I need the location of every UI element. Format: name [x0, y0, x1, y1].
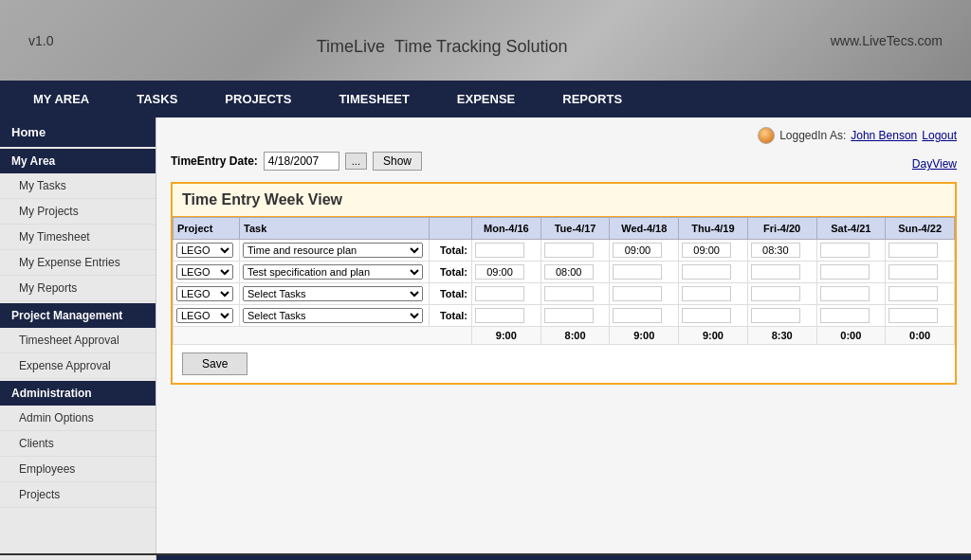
- sidebar-item-admin-options[interactable]: Admin Options: [0, 406, 156, 431]
- sidebar-item-clients[interactable]: Clients: [0, 431, 156, 457]
- row4-mon-input[interactable]: [475, 308, 524, 323]
- row3-sat-input[interactable]: [820, 286, 870, 301]
- time-entry-title: Time Entry Week View: [173, 184, 955, 217]
- row3-project-select[interactable]: LEGO: [176, 286, 233, 301]
- logged-in-label: LoggedIn As:: [779, 129, 846, 142]
- day-view-link[interactable]: DayView: [912, 157, 957, 171]
- row4-fri-input[interactable]: [751, 308, 800, 323]
- total-thu: 9:00: [679, 327, 748, 345]
- nav-reports[interactable]: REPORTS: [539, 81, 646, 117]
- sidebar-my-area-header: My Area: [0, 149, 156, 173]
- header-sat: Sat-4/21: [816, 218, 886, 240]
- row1-tue-input[interactable]: [544, 243, 594, 258]
- row3-task: Select Tasks: [240, 283, 430, 305]
- row4-sat-input[interactable]: [820, 308, 870, 323]
- sidebar-item-projects[interactable]: Projects: [0, 482, 156, 508]
- total-sat: 0:00: [816, 327, 886, 345]
- top-bar: LoggedIn As: John Benson Logout: [171, 127, 957, 144]
- sidebar-item-employees[interactable]: Employees: [0, 457, 156, 482]
- row1-mon: [472, 240, 541, 262]
- row4-wed-input[interactable]: [613, 308, 662, 323]
- row2-sun-input[interactable]: [889, 264, 938, 280]
- date-input[interactable]: [264, 152, 339, 171]
- row1-tue: [540, 240, 610, 262]
- row1-fri-input[interactable]: [751, 243, 800, 258]
- total-wed: 9:00: [610, 327, 679, 345]
- nav-expense[interactable]: EXPENSE: [433, 81, 539, 117]
- row4-sun-input[interactable]: [889, 308, 938, 323]
- row4-sat: [816, 305, 886, 327]
- row3-fri: [747, 283, 816, 305]
- row1-total-label: Total:: [430, 240, 472, 262]
- sidebar-item-expense-approval[interactable]: Expense Approval: [0, 353, 156, 379]
- logout-link[interactable]: Logout: [922, 129, 957, 142]
- row4-project-select[interactable]: LEGO: [176, 308, 233, 323]
- row2-fri-input[interactable]: [751, 264, 800, 280]
- row3-wed: [610, 283, 679, 305]
- sidebar-item-my-timesheet[interactable]: My Timesheet: [0, 225, 156, 250]
- row2-sat: [816, 262, 886, 283]
- row3-thu-input[interactable]: [682, 286, 731, 301]
- sidebar-item-my-projects[interactable]: My Projects: [0, 199, 156, 225]
- table-row: LEGO Select Tasks Total:: [174, 305, 955, 327]
- sidebar-item-my-tasks[interactable]: My Tasks: [0, 173, 156, 199]
- row2-wed-input[interactable]: [613, 264, 662, 280]
- row1-task: Time and resource plan: [240, 240, 430, 262]
- row1-thu-input[interactable]: [682, 243, 731, 258]
- nav-tasks[interactable]: TASKS: [113, 81, 201, 117]
- row2-task-select[interactable]: Test specification and plan: [243, 264, 423, 280]
- total-tue: 8:00: [540, 327, 610, 345]
- sidebar-home[interactable]: Home: [0, 117, 156, 147]
- row3-project: LEGO: [174, 283, 240, 305]
- row3-tue-input[interactable]: [544, 286, 594, 301]
- user-name-link[interactable]: John Benson: [851, 129, 917, 142]
- header-task: Task: [240, 218, 430, 240]
- row2-total-label: Total:: [430, 262, 472, 283]
- row4-wed: [610, 305, 679, 327]
- row1-sat-input[interactable]: [820, 243, 870, 258]
- row3-task-select[interactable]: Select Tasks: [243, 286, 423, 301]
- header-wed: Wed-4/18: [610, 218, 679, 240]
- nav-bar: MY AREA TASKS PROJECTS TIMESHEET EXPENSE…: [0, 81, 971, 117]
- header-mon: Mon-4/16: [472, 218, 541, 240]
- row1-sun-input[interactable]: [889, 243, 938, 258]
- row2-project-select[interactable]: LEGO: [176, 264, 233, 280]
- nav-my-area[interactable]: MY AREA: [9, 81, 113, 117]
- row2-sat-input[interactable]: [820, 264, 870, 280]
- row4-task-select[interactable]: Select Tasks: [243, 308, 423, 323]
- row3-wed-input[interactable]: [613, 286, 662, 301]
- sidebar-item-my-expense[interactable]: My Expense Entries: [0, 250, 156, 276]
- row1-project: LEGO: [174, 240, 240, 262]
- row2-mon-input[interactable]: [475, 264, 524, 280]
- nav-timesheet[interactable]: TIMESHEET: [315, 81, 432, 117]
- row2-thu-input[interactable]: [682, 264, 731, 280]
- row1-project-select[interactable]: LEGO: [176, 243, 233, 258]
- row4-tue-input[interactable]: [544, 308, 594, 323]
- show-button[interactable]: Show: [373, 152, 422, 171]
- row1-task-select[interactable]: Time and resource plan: [243, 243, 423, 258]
- row2-project: LEGO: [174, 262, 240, 283]
- header-project: Project: [174, 218, 240, 240]
- row3-mon-input[interactable]: [475, 286, 524, 301]
- nav-projects[interactable]: PROJECTS: [201, 81, 315, 117]
- header-thu: Thu-4/19: [679, 218, 748, 240]
- row1-mon-input[interactable]: [475, 243, 524, 258]
- row3-sun-input[interactable]: [889, 286, 938, 301]
- website-label: www.LiveTecs.com: [831, 33, 943, 48]
- row2-fri: [747, 262, 816, 283]
- header-empty: [430, 218, 472, 240]
- row1-wed-input[interactable]: [613, 243, 662, 258]
- footer-inner: Privacy Policy | Terms of Use | Contact …: [156, 555, 971, 560]
- sidebar-item-timesheet-approval[interactable]: Timesheet Approval: [0, 328, 156, 353]
- row2-tue-input[interactable]: [544, 264, 594, 280]
- row2-task: Test specification and plan: [240, 262, 430, 283]
- row3-fri-input[interactable]: [751, 286, 800, 301]
- sidebar-item-my-reports[interactable]: My Reports: [0, 276, 156, 301]
- total-sun: 0:00: [886, 327, 955, 345]
- row4-thu: [679, 305, 748, 327]
- date-picker-button[interactable]: ...: [345, 153, 367, 170]
- header-fri: Fri-4/20: [747, 218, 816, 240]
- save-button[interactable]: Save: [182, 352, 247, 375]
- row4-thu-input[interactable]: [682, 308, 731, 323]
- row1-thu: [679, 240, 748, 262]
